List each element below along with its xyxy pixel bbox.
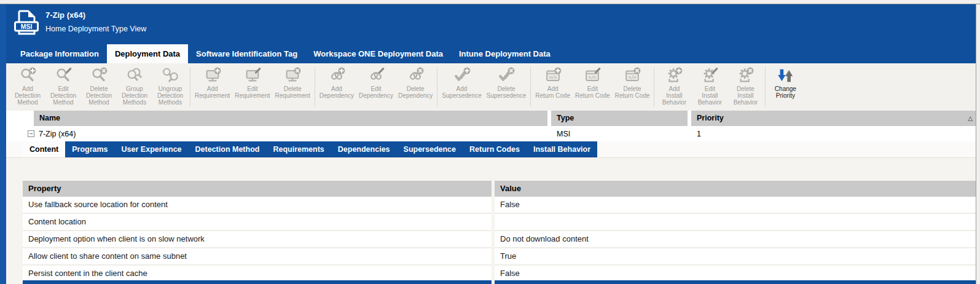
toolbar-group-priority: Change Priority — [767, 66, 803, 99]
toolbar-button-label: Delete Return Code — [615, 85, 650, 99]
subtab-dependencies[interactable]: Dependencies — [331, 141, 397, 157]
toolbar-button-add-requirement[interactable]: Add Requirement — [192, 66, 232, 99]
deployment-type-cell: MSI — [557, 130, 570, 138]
column-header-type[interactable]: Type — [551, 111, 688, 126]
svg-text:</>: </> — [549, 74, 557, 80]
ribbon-toolbar: Add Detection Method Edit Detection Meth… — [6, 63, 976, 111]
subtab-user-experience[interactable]: User Experience — [115, 141, 189, 157]
toolbar-button-label: Delete Requirement — [275, 85, 310, 99]
subtab-detection-method[interactable]: Detection Method — [189, 141, 267, 157]
column-header-name[interactable]: Name — [34, 111, 547, 126]
collapse-expander-icon[interactable]: − — [28, 130, 34, 137]
application-window: MSI 7-Zip (x64) Home Deployment Type Vie… — [0, 0, 980, 284]
subtab-content[interactable]: Content — [23, 141, 65, 157]
property-table-body: Use fallback source location for content… — [23, 197, 976, 283]
toolbar-group-requirement: Add Requirement Edit Requirement Delete … — [192, 66, 313, 99]
toolbar-button-delete-dependency[interactable]: Delete Dependency — [396, 66, 435, 99]
column-header-priority[interactable]: Priority△ — [691, 111, 976, 126]
property-name-cell: Deployment option when client is on slow… — [23, 231, 492, 248]
toolbar-button-change-priority[interactable]: Change Priority — [767, 66, 803, 99]
window-right-border — [976, 4, 980, 284]
toolbar-button-delete-return-code[interactable]: </>Delete Return Code — [613, 66, 653, 99]
magnifier-icon — [89, 66, 109, 85]
toolbar-button-edit-install-behavior[interactable]: Edit Install Behavior — [692, 66, 727, 106]
property-value-cell: False — [495, 197, 976, 214]
code-window-icon: </> — [543, 66, 563, 85]
toolbar-button-label: Edit Requirement — [235, 85, 270, 99]
supersedence-icon — [496, 66, 516, 85]
tab-workspace-one-deployment-data[interactable]: Workspace ONE Deployment Data — [305, 44, 451, 63]
svg-text:</>: </> — [629, 74, 637, 80]
selection-bar-right-segment — [495, 280, 976, 284]
property-value-cell — [495, 214, 976, 231]
toolbar-group-detection-method: Add Detection Method Edit Detection Meth… — [10, 66, 188, 106]
toolbar-button-edit-return-code[interactable]: </>Edit Return Code — [573, 66, 613, 99]
property-row[interactable]: Content location — [23, 214, 976, 231]
property-row[interactable]: Use fallback source location for content… — [23, 197, 976, 214]
subtab-programs[interactable]: Programs — [65, 141, 114, 157]
toolbar-button-group-detection-methods[interactable]: Group Detection Methods — [117, 66, 152, 106]
toolbar-button-label: Ungroup Detection Methods — [157, 85, 183, 106]
main-area: MSI 7-Zip (x64) Home Deployment Type Vie… — [6, 4, 976, 284]
msi-file-icon: MSI — [12, 9, 41, 36]
property-column-header-value[interactable]: Value — [495, 181, 976, 197]
code-window-icon: </> — [582, 66, 602, 85]
toolbar-button-label: Edit Return Code — [575, 85, 610, 99]
deployment-type-row[interactable]: − 7-Zip (x64) MSI 1 — [6, 126, 976, 141]
toolbar-button-label: Add Return Code — [535, 85, 570, 99]
property-column-header-property[interactable]: Property — [23, 181, 492, 197]
toolbar-button-label: Delete Dependency — [398, 85, 433, 99]
msi-icon-label: MSI — [21, 23, 33, 30]
selection-bar-left-segment — [23, 280, 492, 284]
package-title: 7-Zip (x64) — [45, 10, 85, 20]
supersedence-icon — [452, 66, 472, 85]
toolbar-button-label: Edit Detection Method — [50, 85, 76, 106]
sort-ascending-icon: △ — [968, 111, 973, 126]
subtab-supersedence[interactable]: Supersedence — [397, 141, 463, 157]
toolbar-button-delete-supersedence[interactable]: Delete Supersedence — [484, 66, 529, 99]
toolbar-separator — [437, 67, 437, 106]
monitor-icon — [203, 66, 222, 85]
toolbar-button-add-install-behavior[interactable]: Add Install Behavior — [656, 66, 692, 106]
chain-icon — [327, 66, 347, 85]
tab-software-identification-tag[interactable]: Software Identification Tag — [188, 44, 305, 63]
tab-package-information[interactable]: Package Information — [12, 44, 107, 63]
subtab-install-behavior[interactable]: Install Behavior — [527, 141, 597, 157]
subtab-return-codes[interactable]: Return Codes — [463, 141, 527, 157]
toolbar-button-delete-requirement[interactable]: Delete Requirement — [273, 66, 313, 99]
toolbar-button-label: Delete Supersedence — [487, 85, 527, 99]
detail-subtab-row: ContentProgramsUser ExperienceDetection … — [6, 141, 976, 158]
toolbar-button-delete-install-behavior[interactable]: Delete Install Behavior — [727, 66, 763, 106]
toolbar-button-label: Add Detection Method — [15, 85, 41, 106]
chain-icon — [366, 66, 386, 85]
toolbar-button-add-dependency[interactable]: Add Dependency — [317, 66, 356, 99]
code-window-icon: </> — [622, 66, 642, 85]
monitor-icon — [283, 66, 302, 85]
detail-subtabs: ContentProgramsUser ExperienceDetection … — [23, 141, 597, 157]
property-name-cell: Content location — [23, 214, 492, 231]
toolbar-button-ungroup-detection-methods[interactable]: Ungroup Detection Methods — [152, 66, 188, 106]
toolbar-button-add-return-code[interactable]: </>Add Return Code — [533, 66, 573, 99]
priority-arrows-icon — [775, 66, 795, 85]
toolbar-group-dependency: Add Dependency Edit Dependency Delete De… — [317, 66, 435, 99]
toolbar-button-label: Add Requirement — [195, 85, 230, 99]
tab-deployment-data[interactable]: Deployment Data — [107, 44, 188, 63]
toolbar-group-install-behavior: Add Install Behavior Edit Install Behavi… — [656, 66, 763, 106]
property-row[interactable]: Allow client to share content on same su… — [23, 248, 976, 266]
subtab-requirements[interactable]: Requirements — [266, 141, 331, 157]
toolbar-button-label: Delete Install Behavior — [734, 85, 758, 106]
toolbar-button-add-supersedence[interactable]: Add Supersedence — [439, 66, 484, 99]
toolbar-separator — [315, 67, 315, 106]
toolbar-separator — [530, 67, 531, 106]
toolbar-button-edit-detection-method[interactable]: Edit Detection Method — [45, 66, 81, 106]
chain-icon — [406, 66, 425, 85]
tab-intune-deployment-data[interactable]: Intune Deployment Data — [451, 44, 559, 63]
magnifier-icon — [18, 66, 37, 85]
property-row[interactable]: Deployment option when client is on slow… — [23, 231, 976, 248]
toolbar-button-add-detection-method[interactable]: Add Detection Method — [10, 66, 45, 106]
monitor-icon — [243, 66, 262, 85]
toolbar-button-edit-requirement[interactable]: Edit Requirement — [232, 66, 272, 99]
toolbar-button-edit-dependency[interactable]: Edit Dependency — [356, 66, 396, 99]
toolbar-button-delete-detection-method[interactable]: Delete Detection Method — [81, 66, 117, 106]
main-tabs: Package InformationDeployment DataSoftwa… — [6, 44, 976, 63]
